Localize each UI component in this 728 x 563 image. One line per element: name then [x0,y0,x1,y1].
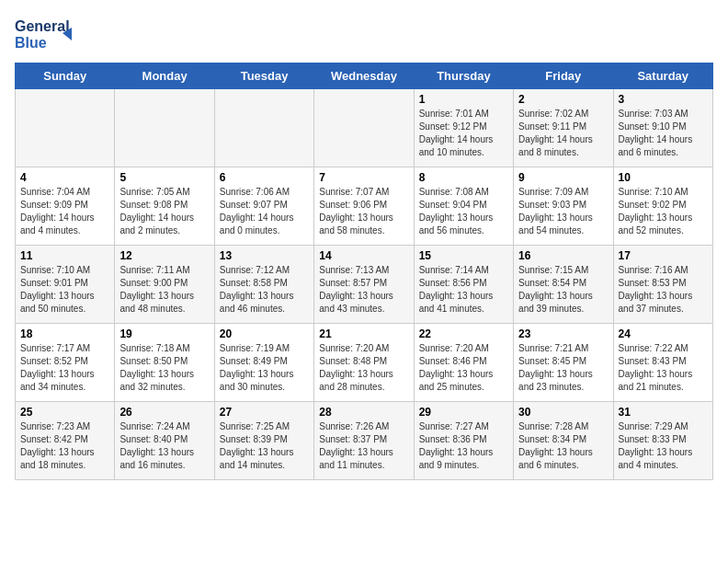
day-number: 24 [619,327,708,340]
day-number: 6 [220,171,309,184]
day-number: 8 [419,171,508,184]
calendar-cell: 18Sunrise: 7:17 AM Sunset: 8:52 PM Dayli… [16,324,115,402]
header-day-sunday: Sunday [16,63,115,89]
calendar-cell: 15Sunrise: 7:14 AM Sunset: 8:56 PM Dayli… [414,246,513,324]
calendar-header: SundayMondayTuesdayWednesdayThursdayFrid… [16,63,713,89]
day-info: Sunrise: 7:14 AM Sunset: 8:56 PM Dayligh… [419,264,508,316]
day-number: 3 [619,93,708,106]
calendar-cell [314,89,414,167]
day-number: 20 [220,327,309,340]
day-info: Sunrise: 7:06 AM Sunset: 9:07 PM Dayligh… [220,186,309,237]
calendar-cell: 11Sunrise: 7:10 AM Sunset: 9:01 PM Dayli… [16,246,115,324]
calendar-cell: 20Sunrise: 7:19 AM Sunset: 8:49 PM Dayli… [214,324,313,402]
calendar-cell [16,89,115,167]
day-number: 2 [518,93,608,106]
header-day-wednesday: Wednesday [314,63,414,89]
day-info: Sunrise: 7:13 AM Sunset: 8:57 PM Dayligh… [319,264,408,316]
day-number: 27 [220,406,309,419]
calendar-cell: 23Sunrise: 7:21 AM Sunset: 8:45 PM Dayli… [514,324,613,402]
calendar-cell: 7Sunrise: 7:07 AM Sunset: 9:06 PM Daylig… [314,167,414,246]
day-number: 10 [619,171,708,184]
calendar-cell: 14Sunrise: 7:13 AM Sunset: 8:57 PM Dayli… [314,246,414,324]
calendar-cell: 26Sunrise: 7:24 AM Sunset: 8:40 PM Dayli… [115,402,214,480]
day-info: Sunrise: 7:11 AM Sunset: 9:00 PM Dayligh… [119,264,209,316]
week-row-1: 1Sunrise: 7:01 AM Sunset: 9:12 PM Daylig… [16,89,713,167]
calendar-cell: 21Sunrise: 7:20 AM Sunset: 8:48 PM Dayli… [314,324,414,402]
day-info: Sunrise: 7:29 AM Sunset: 8:33 PM Dayligh… [619,420,708,472]
day-info: Sunrise: 7:21 AM Sunset: 8:45 PM Dayligh… [518,342,608,394]
day-number: 26 [119,406,209,419]
day-info: Sunrise: 7:15 AM Sunset: 8:54 PM Dayligh… [518,264,608,316]
day-info: Sunrise: 7:05 AM Sunset: 9:08 PM Dayligh… [119,186,209,237]
calendar-cell: 28Sunrise: 7:26 AM Sunset: 8:37 PM Dayli… [314,402,414,480]
day-info: Sunrise: 7:12 AM Sunset: 8:58 PM Dayligh… [220,264,309,316]
day-info: Sunrise: 7:04 AM Sunset: 9:09 PM Dayligh… [20,186,109,237]
calendar-cell: 29Sunrise: 7:27 AM Sunset: 8:36 PM Dayli… [414,402,513,480]
calendar-cell: 19Sunrise: 7:18 AM Sunset: 8:50 PM Dayli… [115,324,214,402]
header-day-monday: Monday [115,63,214,89]
day-info: Sunrise: 7:22 AM Sunset: 8:43 PM Dayligh… [619,342,708,394]
calendar-cell: 8Sunrise: 7:08 AM Sunset: 9:04 PM Daylig… [414,167,513,246]
day-info: Sunrise: 7:08 AM Sunset: 9:04 PM Dayligh… [419,186,508,237]
calendar-body: 1Sunrise: 7:01 AM Sunset: 9:12 PM Daylig… [16,89,713,480]
day-info: Sunrise: 7:01 AM Sunset: 9:12 PM Dayligh… [419,108,508,159]
day-number: 11 [20,249,109,262]
week-row-2: 4Sunrise: 7:04 AM Sunset: 9:09 PM Daylig… [16,167,713,246]
calendar-cell: 12Sunrise: 7:11 AM Sunset: 9:00 PM Dayli… [115,246,214,324]
day-info: Sunrise: 7:16 AM Sunset: 8:53 PM Dayligh… [619,264,708,316]
week-row-3: 11Sunrise: 7:10 AM Sunset: 9:01 PM Dayli… [16,246,713,324]
day-info: Sunrise: 7:28 AM Sunset: 8:34 PM Dayligh… [518,420,608,472]
day-number: 19 [119,327,209,340]
day-info: Sunrise: 7:09 AM Sunset: 9:03 PM Dayligh… [518,186,608,237]
week-row-5: 25Sunrise: 7:23 AM Sunset: 8:42 PM Dayli… [16,402,713,480]
calendar-cell [214,89,313,167]
header-day-tuesday: Tuesday [214,63,313,89]
day-number: 1 [419,93,508,106]
day-info: Sunrise: 7:19 AM Sunset: 8:49 PM Dayligh… [220,342,309,394]
day-info: Sunrise: 7:10 AM Sunset: 9:02 PM Dayligh… [619,186,708,237]
week-row-4: 18Sunrise: 7:17 AM Sunset: 8:52 PM Dayli… [16,324,713,402]
day-number: 21 [319,327,408,340]
day-info: Sunrise: 7:17 AM Sunset: 8:52 PM Dayligh… [20,342,109,394]
day-number: 22 [419,327,508,340]
calendar-cell: 25Sunrise: 7:23 AM Sunset: 8:42 PM Dayli… [16,402,115,480]
header-day-saturday: Saturday [613,63,712,89]
calendar-cell: 9Sunrise: 7:09 AM Sunset: 9:03 PM Daylig… [514,167,613,246]
page-header: GeneralBlue [15,15,713,53]
day-number: 7 [319,171,408,184]
svg-text:General: General [15,18,70,34]
day-number: 12 [119,249,209,262]
calendar-cell: 24Sunrise: 7:22 AM Sunset: 8:43 PM Dayli… [613,324,712,402]
calendar-cell: 16Sunrise: 7:15 AM Sunset: 8:54 PM Dayli… [514,246,613,324]
day-info: Sunrise: 7:07 AM Sunset: 9:06 PM Dayligh… [319,186,408,237]
header-day-friday: Friday [514,63,613,89]
header-day-thursday: Thursday [414,63,513,89]
day-info: Sunrise: 7:03 AM Sunset: 9:10 PM Dayligh… [619,108,708,159]
day-number: 31 [619,406,708,419]
calendar-cell: 30Sunrise: 7:28 AM Sunset: 8:34 PM Dayli… [514,402,613,480]
calendar-cell: 2Sunrise: 7:02 AM Sunset: 9:11 PM Daylig… [514,89,613,167]
header-row: SundayMondayTuesdayWednesdayThursdayFrid… [16,63,713,89]
logo: GeneralBlue [15,15,79,53]
calendar-cell: 13Sunrise: 7:12 AM Sunset: 8:58 PM Dayli… [214,246,313,324]
day-info: Sunrise: 7:26 AM Sunset: 8:37 PM Dayligh… [319,420,408,472]
day-info: Sunrise: 7:24 AM Sunset: 8:40 PM Dayligh… [119,420,209,472]
calendar-cell: 6Sunrise: 7:06 AM Sunset: 9:07 PM Daylig… [214,167,313,246]
day-number: 15 [419,249,508,262]
day-number: 16 [518,249,608,262]
day-number: 5 [119,171,209,184]
calendar-cell: 27Sunrise: 7:25 AM Sunset: 8:39 PM Dayli… [214,402,313,480]
calendar-cell: 17Sunrise: 7:16 AM Sunset: 8:53 PM Dayli… [613,246,712,324]
calendar-cell: 5Sunrise: 7:05 AM Sunset: 9:08 PM Daylig… [115,167,214,246]
day-number: 9 [518,171,608,184]
day-number: 29 [419,406,508,419]
day-number: 30 [518,406,608,419]
day-info: Sunrise: 7:23 AM Sunset: 8:42 PM Dayligh… [20,420,109,472]
day-number: 13 [220,249,309,262]
calendar-cell: 10Sunrise: 7:10 AM Sunset: 9:02 PM Dayli… [613,167,712,246]
calendar-cell: 4Sunrise: 7:04 AM Sunset: 9:09 PM Daylig… [16,167,115,246]
day-info: Sunrise: 7:18 AM Sunset: 8:50 PM Dayligh… [119,342,209,394]
svg-text:Blue: Blue [15,35,47,51]
logo-icon: GeneralBlue [15,15,79,53]
day-info: Sunrise: 7:20 AM Sunset: 8:48 PM Dayligh… [319,342,408,394]
